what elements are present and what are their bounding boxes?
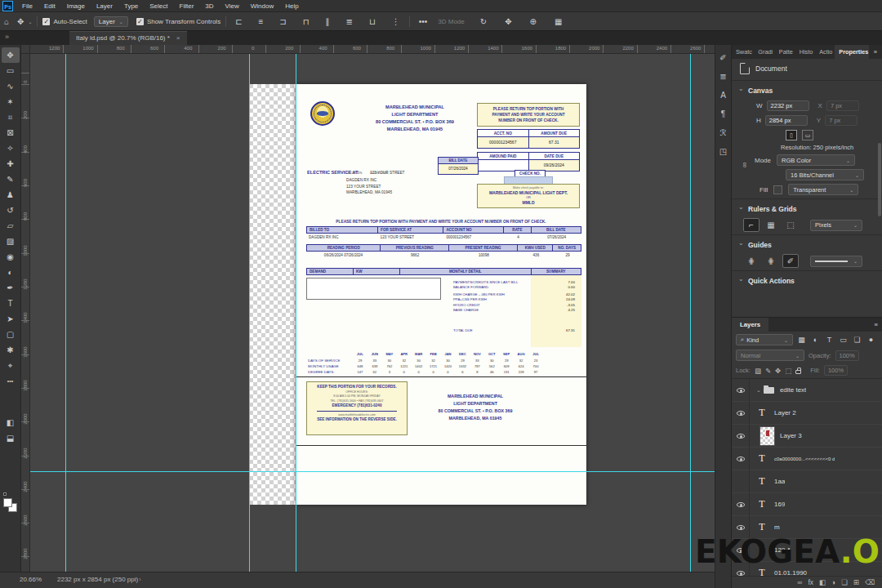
- chevron-down-icon[interactable]: ⌄: [756, 387, 761, 394]
- menu-window[interactable]: Window: [245, 0, 279, 12]
- healing-brush-tool[interactable]: ✚: [2, 156, 20, 172]
- layer-mask-icon[interactable]: ◧: [819, 578, 826, 586]
- lock-paint-icon[interactable]: ✎: [765, 367, 771, 375]
- fill-select[interactable]: Transparent ⌄: [788, 184, 858, 195]
- color-swatches[interactable]: [3, 498, 18, 513]
- panel-menu-icon[interactable]: ≡: [869, 45, 882, 59]
- align-bottom-icon[interactable]: ⊔: [369, 17, 376, 26]
- clone-stamp-tool[interactable]: ♟: [2, 187, 20, 203]
- hand-tool[interactable]: ✱: [2, 342, 20, 358]
- layer-row[interactable]: ⌄edite text: [732, 379, 882, 402]
- panel-tab-patte[interactable]: Patte: [775, 45, 795, 59]
- auto-select-checkbox[interactable]: ✓: [42, 18, 50, 25]
- horizontal-ruler[interactable]: 1200100080060040020002004006008001000120…: [21, 45, 715, 54]
- fill-checkbox[interactable]: [773, 185, 782, 194]
- history-brush-tool[interactable]: ↺: [2, 203, 20, 218]
- landscape-orientation-icon[interactable]: ▭: [802, 130, 813, 140]
- glyphs-panel-icon[interactable]: ℛ: [717, 127, 730, 139]
- color-mode-select[interactable]: RGB Color ⌄: [777, 154, 855, 166]
- bit-depth-select[interactable]: 16 Bits/Channel ⌄: [786, 169, 864, 180]
- rotate-view-icon[interactable]: ↻: [480, 17, 487, 26]
- distribute-v-icon[interactable]: ≣: [346, 17, 353, 26]
- layer-filter-kind-select[interactable]: ⌕ Kind ⌄: [736, 334, 793, 345]
- align-left-icon[interactable]: ⊏: [235, 17, 242, 26]
- eyedropper-tool[interactable]: ✧: [2, 140, 20, 156]
- ruler-corner[interactable]: [21, 45, 30, 54]
- document-tab[interactable]: Italy id.psd @ 20.7% (RGB/16) * ×: [69, 31, 187, 45]
- layer-group-icon[interactable]: ❏: [841, 578, 848, 586]
- path-selection-tool[interactable]: ➤: [2, 311, 20, 327]
- blend-mode-select[interactable]: Normal ⌄: [736, 350, 804, 361]
- menu-select[interactable]: Select: [144, 0, 173, 12]
- toolbar-more-icon[interactable]: •••: [2, 373, 20, 389]
- more-options-icon[interactable]: •••: [419, 17, 428, 26]
- panel-scrollbar[interactable]: [878, 143, 881, 216]
- vertical-ruler[interactable]: 0200400600800100012001400160018002000220…: [21, 54, 30, 572]
- panel-tab-actio[interactable]: Actio: [815, 45, 835, 59]
- layer-visibility-toggle[interactable]: [732, 470, 750, 493]
- layer-fill-input[interactable]: 100%: [824, 365, 848, 376]
- toggle-rulers-icon[interactable]: ⌐: [743, 218, 760, 232]
- tool-preset-caret-icon[interactable]: ⌄: [28, 19, 32, 24]
- filter-adjustment-layers-icon[interactable]: ◐: [809, 334, 822, 345]
- width-input[interactable]: 2232 px: [767, 100, 809, 111]
- menu-filter[interactable]: Filter: [174, 0, 200, 12]
- quick-actions-section-header[interactable]: Quick Actions: [732, 273, 882, 287]
- gradient-tool[interactable]: ▨: [2, 234, 20, 249]
- lock-transparent-icon[interactable]: ▨: [755, 367, 761, 375]
- screen-mode-icon[interactable]: ⬓: [2, 430, 20, 446]
- menu-file[interactable]: File: [16, 0, 38, 12]
- foreground-color-swatch[interactable]: [3, 498, 12, 507]
- toggle-grid-icon[interactable]: ▦: [763, 218, 779, 232]
- type-tool[interactable]: T: [2, 296, 20, 311]
- character-panel-icon[interactable]: A: [717, 90, 730, 101]
- layer-row[interactable]: T169: [732, 493, 882, 516]
- lasso-tool[interactable]: ∿: [2, 78, 20, 94]
- layer-visibility-toggle[interactable]: [732, 425, 750, 448]
- filter-smart-objects-icon[interactable]: ❏: [851, 334, 863, 345]
- canvas-viewport[interactable]: MARBLEHEAD MUNICIPALLIGHT DEPARTMENT80 C…: [30, 54, 715, 572]
- object-selection-tool[interactable]: ✶: [2, 94, 20, 109]
- layer-row[interactable]: Layer 3: [732, 425, 882, 448]
- layer-visibility-toggle[interactable]: [732, 379, 750, 402]
- workspace-icon[interactable]: ▦: [555, 17, 562, 26]
- rulers-grids-section-header[interactable]: Rulers & Grids: [732, 201, 882, 216]
- link-layers-icon[interactable]: ∞: [797, 578, 802, 586]
- filter-type-layers-icon[interactable]: T: [823, 334, 835, 345]
- distribute-h-icon[interactable]: ∥: [326, 17, 330, 26]
- guide-vertical[interactable]: [65, 54, 66, 572]
- filter-shape-layers-icon[interactable]: ▭: [837, 334, 849, 345]
- menu-type[interactable]: Type: [118, 0, 144, 12]
- zoom-options-icon[interactable]: ⊕: [530, 17, 537, 26]
- layers-tab[interactable]: Layers: [732, 318, 768, 332]
- lock-artboard-icon[interactable]: ⬚: [785, 367, 791, 375]
- menu-view[interactable]: View: [220, 0, 245, 12]
- menu-help[interactable]: Help: [279, 0, 304, 12]
- filter-pin-icon[interactable]: ●: [865, 334, 877, 345]
- marquee-tool[interactable]: ▭: [2, 63, 20, 78]
- brushes-panel-icon[interactable]: ✐: [717, 52, 730, 64]
- layer-visibility-toggle[interactable]: [732, 493, 750, 516]
- new-layer-icon[interactable]: ⊞: [853, 578, 859, 586]
- properties-document-row[interactable]: Document: [732, 59, 882, 78]
- delete-layer-icon[interactable]: ⌫: [865, 578, 875, 586]
- layers-panel-menu-icon[interactable]: ≡: [869, 318, 882, 332]
- tab-close-icon[interactable]: ×: [176, 32, 180, 45]
- pan-zoom-icon[interactable]: ✥: [505, 17, 511, 26]
- move-tool[interactable]: ✥: [2, 47, 20, 63]
- layer-visibility-toggle[interactable]: [732, 402, 750, 425]
- menu-edit[interactable]: Edit: [38, 0, 61, 12]
- frame-tool[interactable]: ⊠: [2, 125, 20, 140]
- portrait-orientation-icon[interactable]: ▯: [786, 130, 797, 140]
- 3d-panel-icon[interactable]: ◳: [717, 146, 730, 158]
- align-top-icon[interactable]: ⊓: [303, 17, 310, 26]
- pen-tool[interactable]: ✒: [2, 280, 20, 296]
- panel-tab-properties[interactable]: Properties: [835, 45, 868, 59]
- panel-tab-gradi[interactable]: Gradi: [754, 45, 775, 59]
- align-right-icon[interactable]: ⊐: [279, 17, 286, 26]
- layer-row[interactable]: TLayer 2: [732, 402, 882, 425]
- toggle-snap-icon[interactable]: ⬚: [782, 218, 799, 232]
- guide-vertical[interactable]: [249, 54, 250, 572]
- default-colors-icon[interactable]: [3, 492, 7, 496]
- panel-tab-histo[interactable]: Histo: [795, 45, 815, 59]
